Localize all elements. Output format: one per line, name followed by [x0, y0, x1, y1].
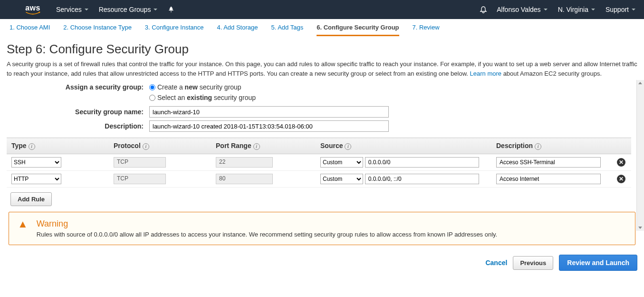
col-type: Typei	[7, 138, 109, 154]
rule-source-input[interactable]	[365, 157, 479, 168]
info-icon[interactable]: i	[253, 143, 260, 150]
remove-rule-icon[interactable]: ✕	[617, 175, 625, 183]
rule-port: 80	[216, 174, 273, 184]
info-icon[interactable]: i	[345, 143, 351, 150]
col-protocol: Protocoli	[109, 138, 211, 154]
assign-sg-label: Assign a security group:	[7, 83, 149, 91]
warning-icon: ▲	[18, 219, 28, 238]
tab-configure-instance[interactable]: 3. Configure Instance	[145, 24, 204, 36]
wizard-tabs: 1. Choose AMI 2. Choose Instance Type 3.…	[0, 19, 644, 36]
rule-source-input[interactable]	[365, 174, 479, 184]
tab-add-storage[interactable]: 4. Add Storage	[217, 24, 258, 36]
rule-row: HTTP TCP 80 Custom ✕	[7, 171, 631, 188]
radio-select-existing[interactable]: Select an existing security group	[149, 94, 256, 101]
top-nav: aws Services Resource Groups Alfonso Val…	[0, 0, 644, 19]
page-description: A security group is a set of firewall ru…	[7, 59, 637, 79]
nav-region[interactable]: N. Virginia	[558, 6, 595, 13]
rule-protocol: TCP	[114, 174, 166, 184]
rule-type-select[interactable]: SSH	[11, 157, 61, 168]
tab-choose-ami[interactable]: 1. Choose AMI	[10, 24, 50, 36]
rule-desc-input[interactable]	[496, 174, 601, 184]
warning-text: Rules with source of 0.0.0.0/0 allow all…	[37, 231, 497, 238]
remove-rule-icon[interactable]: ✕	[617, 158, 625, 167]
main-content: Step 6: Configure Security Group A secur…	[0, 42, 644, 245]
previous-button[interactable]: Previous	[513, 256, 553, 270]
scroll-down-icon[interactable]	[638, 227, 642, 229]
sg-name-input[interactable]	[149, 106, 389, 118]
tab-configure-security-group[interactable]: 6. Configure Security Group	[317, 24, 399, 36]
review-launch-button[interactable]: Review and Launch	[559, 255, 637, 271]
learn-more-link[interactable]: Learn more	[470, 70, 501, 77]
tab-add-tags[interactable]: 5. Add Tags	[271, 24, 303, 36]
info-icon[interactable]: i	[29, 143, 35, 150]
nav-services[interactable]: Services	[56, 6, 88, 13]
page-title: Step 6: Configure Security Group	[7, 42, 637, 57]
col-description: Descriptioni	[491, 138, 612, 154]
nav-resource-groups[interactable]: Resource Groups	[99, 6, 158, 13]
nav-support[interactable]: Support	[606, 6, 635, 13]
rule-protocol: TCP	[114, 157, 166, 168]
pin-icon	[168, 6, 174, 13]
col-source: Sourcei	[316, 138, 491, 154]
rule-type-select[interactable]: HTTP	[11, 174, 61, 184]
bell-icon[interactable]	[480, 6, 487, 13]
radio-create-new[interactable]: Create a new security group	[149, 83, 241, 91]
warning-title: Warning	[37, 219, 497, 229]
sg-desc-input[interactable]	[149, 120, 389, 132]
sg-name-label: Security group name:	[7, 108, 149, 116]
cancel-button[interactable]: Cancel	[485, 259, 507, 267]
tab-review[interactable]: 7. Review	[413, 24, 440, 36]
sg-desc-label: Description:	[7, 122, 149, 130]
chevron-down-icon	[591, 9, 595, 10]
rule-desc-input[interactable]	[496, 157, 601, 168]
radio-create-new-input[interactable]	[149, 84, 155, 90]
add-rule-button[interactable]: Add Rule	[10, 192, 52, 206]
rule-row: SSH TCP 22 Custom ✕	[7, 154, 631, 171]
info-icon[interactable]: i	[535, 143, 541, 150]
rule-source-mode[interactable]: Custom	[320, 174, 363, 184]
rule-port: 22	[216, 157, 273, 168]
rule-source-mode[interactable]: Custom	[320, 157, 363, 168]
aws-logo[interactable]: aws	[24, 4, 42, 15]
scrollbar[interactable]	[636, 80, 644, 231]
chevron-down-icon	[632, 9, 635, 10]
footer-actions: Cancel Previous Review and Launch	[0, 250, 644, 277]
nav-pin[interactable]	[168, 6, 174, 13]
nav-user[interactable]: Alfonso Valdes	[497, 6, 547, 13]
chevron-down-icon	[85, 9, 88, 10]
scroll-up-icon[interactable]	[638, 82, 642, 84]
chevron-down-icon	[544, 9, 548, 10]
radio-select-existing-input[interactable]	[149, 95, 155, 101]
info-icon[interactable]: i	[143, 143, 149, 150]
rules-table: Typei Protocoli Port Rangei Sourcei Desc…	[7, 138, 631, 188]
col-port: Port Rangei	[211, 138, 316, 154]
warning-box: ▲ Warning Rules with source of 0.0.0.0/0…	[9, 212, 635, 245]
chevron-down-icon	[154, 9, 157, 10]
tab-choose-instance-type[interactable]: 2. Choose Instance Type	[63, 24, 132, 36]
